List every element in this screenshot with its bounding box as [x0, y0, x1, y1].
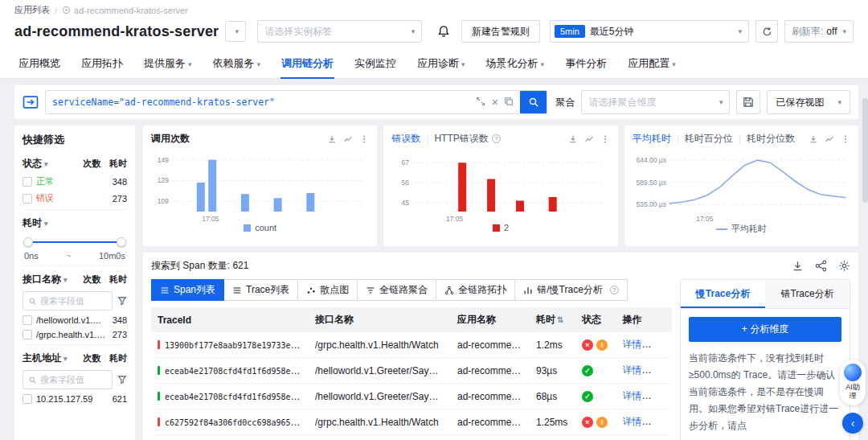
trace-id-cell[interactable]: b4d8928e5df499ec0515c937fd1ecf28 [151, 435, 309, 440]
nav-tab-应用概览[interactable]: 应用概览 [8, 49, 71, 78]
refresh-rate-select[interactable]: 刷新率: off ▾ [784, 20, 854, 43]
nav-tab-实例监控[interactable]: 实例监控 [344, 49, 407, 78]
filter-item[interactable]: 正常348 [23, 175, 127, 187]
checkbox[interactable] [23, 330, 32, 339]
checkbox[interactable] [23, 194, 32, 204]
chart-type-icon[interactable] [584, 134, 594, 144]
download-icon[interactable] [792, 260, 804, 272]
trace-id-cell[interactable]: eceab4e21708cfd4fd1f6d958eb7a92f [151, 358, 309, 384]
column-header-耗时[interactable]: 耗时⇅ [530, 307, 575, 332]
settings-gear-icon[interactable] [838, 260, 850, 272]
op-link-详情[interactable]: 详情 [622, 339, 641, 350]
nav-tab-依赖服务[interactable]: 依赖服务▾ [203, 49, 272, 78]
nav-tab-应用配置[interactable]: 应用配置▾ [617, 49, 686, 78]
result-tab-Span列表[interactable]: Span列表 [151, 279, 224, 301]
query-text: serviceName="ad-recommend-kratos-server" [52, 97, 469, 108]
section-title[interactable]: 耗时▾ [23, 216, 48, 230]
field-search-input[interactable]: 搜索字段值 [23, 291, 113, 310]
nav-tab-调用链分析[interactable]: 调用链分析 [271, 49, 344, 78]
refresh-button[interactable] [755, 20, 778, 43]
chart-download-icon[interactable] [568, 134, 578, 144]
analysis-tab-慢Trace分析[interactable]: 慢Trace分析 [681, 280, 765, 308]
chart-legend[interactable]: 平均耗时 [633, 223, 850, 235]
save-view-button[interactable] [736, 90, 760, 114]
result-tab-全链路聚合[interactable]: 全链路聚合 [357, 279, 436, 301]
filter-funnel-icon[interactable] [117, 375, 127, 384]
chart-download-icon[interactable] [327, 134, 337, 144]
search-button[interactable] [520, 90, 547, 114]
expand-query-icon[interactable] [476, 97, 485, 109]
op-link-日志[interactable]: 日志 [649, 364, 669, 376]
analysis-tab-错Trace分析[interactable]: 错Trace分析 [765, 280, 850, 308]
time-range-select[interactable]: 5min 最近5分钟 ▾ [550, 20, 749, 43]
ai-assistant-button[interactable]: AI助理 [840, 360, 866, 405]
filter-item[interactable]: 10.215.127.59621 [23, 394, 127, 404]
chart-more-icon[interactable] [841, 134, 850, 144]
chart-title-option[interactable]: 耗时百分位 [685, 132, 733, 146]
query-panel-icon[interactable] [23, 94, 39, 110]
op-link-日志[interactable]: 日志 [649, 339, 669, 350]
clear-query-icon[interactable]: ✕ [491, 97, 498, 108]
nav-tab-应用拓扑[interactable]: 应用拓扑 [71, 49, 133, 78]
duration-cell: 93µs [530, 358, 575, 384]
trace-id-cell[interactable]: eceab4e21708cfd4fd1f6d958eb7a92f [151, 384, 309, 409]
op-link-日志[interactable]: 日志 [649, 390, 669, 401]
sort-icon[interactable]: ⇅ [557, 315, 563, 324]
result-tab-Trace列表[interactable]: Trace列表 [223, 279, 298, 301]
info-icon[interactable]: ? [492, 134, 501, 143]
checkbox[interactable] [23, 177, 32, 187]
chart-type-icon[interactable] [343, 134, 353, 144]
trace-id-cell[interactable]: 13900bf177e8aab9178e19733e1514e9 [151, 332, 309, 358]
nav-tab-场景化分析[interactable]: 场景化分析▾ [476, 49, 555, 78]
op-link-日志[interactable]: 日志 [649, 416, 669, 427]
field-search-input[interactable]: 搜索字段值 [23, 370, 113, 389]
chart-title-option[interactable]: 平均耗时 [633, 132, 671, 146]
chart-legend[interactable]: count [151, 223, 369, 232]
checkbox[interactable] [23, 315, 32, 325]
notification-bell-icon[interactable] [437, 25, 450, 38]
query-input[interactable]: serviceName="ad-recommend-kratos-server"… [45, 90, 547, 114]
info-icon[interactable]: ? [610, 286, 619, 294]
duration-range-slider[interactable] [27, 241, 122, 243]
aggregate-dimension-select[interactable]: 请选择聚合维度 ▾ [581, 90, 730, 114]
nav-tab-事件分析[interactable]: 事件分析 [555, 49, 617, 78]
chart-download-icon[interactable] [809, 134, 818, 144]
share-icon[interactable] [815, 260, 827, 272]
collapse-panel-button[interactable]: ‹ [842, 413, 863, 434]
nav-tab-提供服务[interactable]: 提供服务▾ [133, 49, 203, 78]
chevron-down-icon: ▾ [411, 27, 416, 35]
breadcrumb-root-link[interactable]: 应用列表 [14, 4, 50, 16]
section-title[interactable]: 主机地址▾ [23, 352, 68, 365]
slider-handle-min[interactable] [23, 237, 33, 247]
scrollbar-thumb[interactable] [862, 98, 868, 203]
chart-title-option[interactable]: HTTP错误数 [434, 132, 488, 146]
trace-id-cell[interactable]: c627592f84a306fd0cc698a965fc0ef8 [151, 409, 309, 435]
filter-item[interactable]: /grpc.health.v1.Heal...273 [23, 330, 127, 339]
op-link-详情[interactable]: 详情 [622, 364, 641, 376]
filter-item[interactable]: /helloworld.v1.Greet...348 [23, 315, 127, 325]
chart-type-icon[interactable] [825, 134, 834, 144]
add-analysis-dimension-button[interactable]: + 分析维度 [689, 317, 841, 342]
op-link-详情[interactable]: 详情 [622, 390, 641, 401]
create-alarm-rule-button[interactable]: 新建告警规则 [461, 20, 540, 43]
checkbox[interactable] [23, 394, 32, 404]
saved-views-button[interactable]: 已保存视图 ▾ [767, 90, 850, 114]
instance-tag-select[interactable]: 请选择实例标签 ▾ [257, 20, 422, 43]
chart-legend[interactable]: 2 [391, 223, 609, 232]
result-tab-全链路拓扑[interactable]: 全链路拓扑 [436, 279, 515, 301]
filter-funnel-icon[interactable] [117, 296, 127, 306]
result-tab-错/慢Trace分析[interactable]: 错/慢Trace分析? [514, 279, 628, 301]
chart-more-icon[interactable] [600, 134, 610, 144]
title-dropdown-button[interactable]: ▾ [225, 21, 246, 42]
chart-title-option[interactable]: 耗时分位数 [747, 132, 795, 146]
slider-handle-max[interactable] [117, 237, 126, 247]
nav-tab-应用诊断[interactable]: 应用诊断▾ [407, 49, 476, 78]
section-title[interactable]: 接口名称▾ [23, 273, 68, 286]
op-link-详情[interactable]: 详情 [622, 416, 641, 427]
filter-item[interactable]: 错误273 [23, 192, 127, 204]
copy-query-icon[interactable] [504, 97, 514, 109]
section-title[interactable]: 状态▾ [23, 157, 48, 171]
chart-title-option[interactable]: 错误数 [391, 132, 420, 146]
chart-more-icon[interactable] [359, 134, 369, 144]
result-tab-散点图[interactable]: 散点图 [297, 279, 358, 301]
